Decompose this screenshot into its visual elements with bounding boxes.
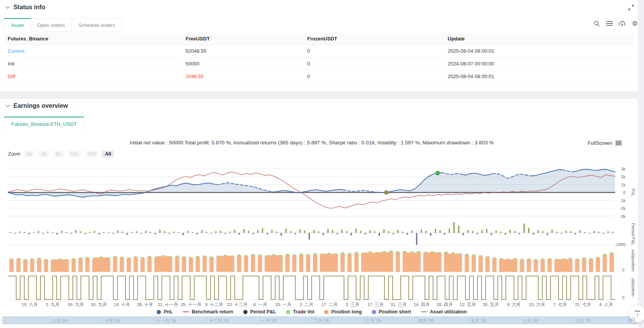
- status-info-card: Status info AssetOpen ordersSchedule ord…: [0, 0, 638, 91]
- navigator-month-label: 十二月 '24: [209, 318, 228, 324]
- period-pnl-bar: [299, 229, 301, 233]
- pnl-area: [8, 169, 615, 197]
- zoom-button-3h[interactable]: 3h: [38, 151, 50, 157]
- x-axis-label: 16. 九月: [68, 302, 84, 307]
- earnings-chart[interactable]: 3k2k1k0-1k-2k-3k-160000PnLPeriod P&Lvol/…: [0, 160, 638, 309]
- position-long-bar: [65, 260, 69, 272]
- period-pnl-bar: [80, 231, 81, 233]
- position-long-bar: [202, 256, 207, 272]
- search-icon[interactable]: [593, 20, 601, 27]
- x-axis-label: 9. 六月: [507, 302, 521, 307]
- position-long-bar: [147, 257, 152, 272]
- legend-label: PnL: [164, 309, 173, 315]
- zoom-button-12h[interactable]: 12h: [67, 151, 82, 157]
- zoom-button-8h[interactable]: 8h: [53, 151, 64, 157]
- legend-item-trade-vol[interactable]: Trade Vol: [286, 309, 314, 315]
- period-pnl-bar: [211, 233, 212, 234]
- trade-marker: [436, 171, 440, 175]
- period-pnl-bar: [169, 233, 170, 234]
- tab-open-orders[interactable]: Open orders: [31, 18, 72, 32]
- legend-item-pnl[interactable]: PnL: [157, 309, 173, 315]
- legend-item-asset-utilization[interactable]: Asset utilization: [421, 309, 467, 315]
- period-pnl-bar: [458, 226, 459, 233]
- fullscreen-button[interactable]: FullScreen: [587, 140, 622, 146]
- x-axis-label: 6. 一月: [253, 302, 267, 307]
- table-row: Diff2048.5502025-08-04 08:00:01: [4, 70, 634, 83]
- position-long-bar: [437, 253, 442, 272]
- position-long-bar: [478, 256, 483, 272]
- period-pnl-bar: [318, 231, 319, 233]
- tab-asset[interactable]: Asset: [4, 18, 31, 32]
- cloud-download-icon[interactable]: [618, 20, 626, 27]
- status-tabs: AssetOpen ordersSchedule orders: [4, 18, 122, 32]
- period-pnl-bar: [575, 233, 576, 234]
- tab-label: Futures_Binance.ETH_USDT: [11, 121, 77, 127]
- menu-icon[interactable]: [606, 20, 613, 27]
- table-cell: 2025-08-04 08:00:01: [444, 70, 634, 83]
- period-pnl-bar: [607, 231, 609, 233]
- period-pnl-bar: [103, 232, 104, 233]
- period-pnl-bar: [61, 231, 62, 233]
- position-long-bar: [53, 259, 66, 272]
- legend-item-position-short[interactable]: Position short: [372, 309, 411, 315]
- period-pnl-bar: [224, 233, 226, 234]
- navigator-month-separator: [312, 317, 312, 324]
- zoom-button-all[interactable]: All: [102, 151, 114, 157]
- x-axis-label: 17. 三月: [367, 302, 383, 307]
- position-long-bar: [175, 257, 179, 272]
- tab-futures-binance-eth-usdt[interactable]: Futures_Binance.ETH_USDT: [4, 117, 84, 131]
- zoom-button-24h[interactable]: 24h: [85, 151, 99, 157]
- tab-schedule-orders[interactable]: Schedule orders: [72, 18, 122, 32]
- navigator-month-label: 一月 '25: [261, 318, 276, 324]
- navigator-month-label: 六月 '25: [523, 318, 538, 324]
- zoom-button-1h[interactable]: 1h: [23, 151, 35, 157]
- table-cell: 0: [304, 57, 444, 70]
- legend-label: Period P&L: [250, 309, 276, 315]
- navigator-month-separator: [417, 317, 417, 324]
- period-pnl-bar: [612, 232, 613, 233]
- period-pnl-bar: [552, 230, 553, 233]
- position-long-bar: [355, 253, 359, 272]
- period-pnl-bar: [154, 233, 156, 234]
- collapse-chevron-icon[interactable]: [5, 104, 10, 107]
- x-axis-label: 21. 七月: [575, 302, 591, 307]
- row-link[interactable]: Current: [4, 45, 182, 57]
- position-long-bar: [575, 259, 579, 272]
- period-pnl-bar: [141, 233, 142, 234]
- x-axis-label: 28. 四月: [437, 302, 453, 307]
- period-pnl-bar: [547, 233, 548, 235]
- chart-menu-icon[interactable]: [616, 141, 622, 146]
- nav-handle-left[interactable]: [2, 318, 5, 323]
- position-long-bar: [127, 258, 131, 272]
- period-pnl-bar: [598, 232, 599, 233]
- legend-swatch: [372, 310, 376, 314]
- period-pnl-bar: [519, 233, 520, 234]
- period-pnl-bar: [351, 233, 352, 236]
- legend-label: Position long: [331, 309, 361, 315]
- navigator-month-label: 五月 '25: [471, 318, 486, 324]
- position-long-bar: [23, 260, 27, 272]
- period-pnl-bar: [117, 230, 118, 233]
- expand-icon[interactable]: [627, 3, 635, 11]
- x-axis-label: 30. 九月: [91, 302, 107, 307]
- x-axis-label: 14. 十月: [114, 302, 130, 307]
- navigator-month-label: 十月 '24: [104, 318, 119, 324]
- period-pnl-bar: [57, 233, 58, 234]
- period-pnl-bar: [294, 233, 296, 234]
- settings-gear-icon[interactable]: ⚙: [631, 20, 639, 27]
- legend-item-benchmark-return[interactable]: Benchmark return: [183, 309, 233, 315]
- nav-handle-right[interactable]: [631, 318, 635, 323]
- legend-item-period-p&l[interactable]: Period P&L: [243, 309, 276, 315]
- x-axis-label: 31. 三月: [390, 302, 406, 307]
- collapse-chevron-icon[interactable]: [5, 6, 10, 9]
- chart-navigator[interactable]: 九月 '24十月 '24十一月 '24十二月 '24一月 '25二月 '25三月…: [3, 316, 637, 324]
- navigator-month-label: 三月 '25: [366, 318, 381, 324]
- position-long-bar: [447, 254, 460, 272]
- legend-item-position-long[interactable]: Position long: [324, 309, 361, 315]
- chart-stats-line: Initial net value : 50000 Total profit: …: [0, 140, 624, 146]
- table-cell: 2024-08-07 00:00:00: [444, 57, 634, 70]
- position-long-bar: [72, 259, 76, 272]
- period-pnl-bar: [94, 231, 95, 233]
- period-pnl-bar: [323, 233, 324, 235]
- period-pnl-bar: [477, 233, 478, 234]
